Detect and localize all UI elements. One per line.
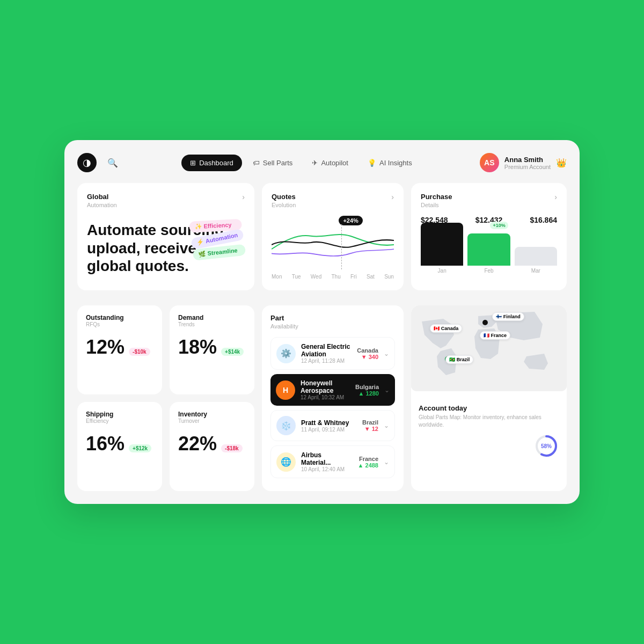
autopilot-icon: ✈ xyxy=(312,159,318,167)
chart-area: +24% xyxy=(272,216,394,269)
card-title: Global xyxy=(87,193,117,201)
metrics-grid: Outstanding RFQs 12% -$10k Demand Trends… xyxy=(77,305,254,491)
chevron-icon[interactable]: ⌄ xyxy=(384,386,390,394)
part-availability-card: Part Availability ⚙️ General Electric Av… xyxy=(262,305,404,491)
brazil-label: 🇧🇷 Brazil xyxy=(445,355,474,364)
france-label: 🇫🇷 France xyxy=(480,331,511,340)
metric-badge: -$18k xyxy=(221,444,243,452)
quotes-title: Quotes xyxy=(272,193,296,201)
france-pin xyxy=(482,320,488,325)
crown-icon: 👑 xyxy=(556,158,567,168)
purchase-subtitle: Details xyxy=(421,202,452,208)
chevron-right-icon[interactable]: › xyxy=(242,193,245,201)
part-row-ge[interactable]: ⚙️ General Electric Aviation 12 April, 1… xyxy=(270,337,395,370)
airbus-info: Airbus Material... 10 April, 12:40 AM xyxy=(301,451,353,472)
chevron-right-icon[interactable]: › xyxy=(391,193,394,201)
airbus-icon: 🌐 xyxy=(276,452,296,472)
user-profile[interactable]: AS Anna Smith Premium Account 👑 xyxy=(480,153,567,172)
ge-info: General Electric Aviation 12 April, 11:2… xyxy=(301,343,352,364)
avatar: AS xyxy=(480,153,499,172)
chevron-right-icon[interactable]: › xyxy=(554,193,557,201)
chevron-icon[interactable]: ⌄ xyxy=(384,350,389,357)
progress-text: 58% xyxy=(541,443,552,449)
purchase-details-card: Purchase Details › $22.548 $12.432 $16.8… xyxy=(411,183,567,290)
quotes-header: Quotes Evolution › xyxy=(272,193,394,208)
ge-icon: ⚙️ xyxy=(276,344,296,363)
bar-feb: +10% xyxy=(467,233,510,266)
part-row-airbus[interactable]: 🌐 Airbus Material... 10 April, 12:40 AM … xyxy=(270,445,395,478)
bar-chart: Jan +10% Feb Mar xyxy=(421,231,557,274)
honeywell-icon: H xyxy=(276,380,295,400)
bar-mar xyxy=(515,247,557,266)
bar-group-jan: Jan xyxy=(421,223,463,274)
purchase-header: Purchase Details › xyxy=(421,193,557,208)
map-svg xyxy=(411,305,567,391)
account-title: Account today xyxy=(419,404,559,412)
search-button[interactable]: 🔍 xyxy=(103,153,122,172)
part-subtitle: Availability xyxy=(270,323,298,330)
account-today: Account today Global Parts Map: Monitor … xyxy=(411,397,567,466)
bar-group-mar: Mar xyxy=(515,247,557,274)
progress-ring: 58% xyxy=(533,433,559,459)
logo[interactable]: ◑ xyxy=(77,153,97,172)
pratt-info: Pratt & Whitney 11 April, 09:12 AM xyxy=(301,419,357,433)
map-card: 🇫🇮 Finland 🇨🇦 Canada 🇫🇷 France 🇧🇷 Brazil xyxy=(411,305,567,491)
main-grid: Global Automation › Automate sourcing: u… xyxy=(77,183,567,298)
quotes-evolution-card: Quotes Evolution › +24% Mon xyxy=(262,183,404,290)
metric-badge: -$10k xyxy=(129,348,150,356)
tab-sell-parts[interactable]: 🏷 Sell Parts xyxy=(244,155,302,171)
metric-badge: +$14k xyxy=(221,348,244,356)
honeywell-info: Honeywell Aerospace 12 April, 10:32 AM xyxy=(301,379,350,400)
card-subtitle: Automation xyxy=(87,202,117,208)
bar-group-feb: +10% Feb xyxy=(467,233,510,274)
part-row-honeywell[interactable]: H Honeywell Aerospace 12 April, 10:32 AM… xyxy=(270,374,395,406)
chart-svg xyxy=(272,216,394,269)
sell-parts-icon: 🏷 xyxy=(253,159,260,167)
metric-demand-trends: Demand Trends 18% +$14k xyxy=(170,305,254,394)
user-info: Anna Smith Premium Account xyxy=(504,156,551,170)
tab-dashboard[interactable]: ⊞ Dashboard xyxy=(181,155,242,171)
tab-ai-insights[interactable]: 💡 AI Insights xyxy=(359,155,421,171)
chart-badge: +24% xyxy=(339,216,362,225)
chart-dashed-line xyxy=(341,224,342,269)
ai-insights-icon: 💡 xyxy=(368,159,376,167)
metric-shipping-efficiency: Shipping Efficiency 16% +$12k xyxy=(77,402,162,491)
finland-label: 🇫🇮 Finland xyxy=(492,312,524,321)
purchase-title: Purchase xyxy=(421,193,452,201)
metric-badge: +$12k xyxy=(129,444,151,452)
part-title: Part xyxy=(270,314,298,322)
dashboard-icon: ⊞ xyxy=(190,159,196,167)
bar-badge: +10% xyxy=(490,222,508,229)
account-bottom: 58% xyxy=(419,433,559,459)
map-column: 🇫🇮 Finland 🇨🇦 Canada 🇫🇷 France 🇧🇷 Brazil xyxy=(411,305,567,491)
part-row-pratt[interactable]: ❄️ Pratt & Whitney 11 April, 09:12 AM Br… xyxy=(270,410,395,441)
bar-jan xyxy=(421,223,463,266)
tab-autopilot[interactable]: ✈ Autopilot xyxy=(303,155,357,171)
chevron-icon[interactable]: ⌄ xyxy=(384,422,389,429)
part-header: Part Availability xyxy=(270,314,395,330)
dashboard: ◑ 🔍 ⊞ Dashboard 🏷 Sell Parts ✈ Autopilot… xyxy=(64,140,580,504)
canada-label: 🇨🇦 Canada xyxy=(430,324,463,333)
chart-labels: Mon Tue Wed Thu Fri Sat Sun xyxy=(272,274,394,280)
card-header: Global Automation › xyxy=(87,193,245,208)
global-automation-card: Global Automation › Automate sourcing: u… xyxy=(77,183,254,290)
metric-outstanding-rfqs: Outstanding RFQs 12% -$10k xyxy=(77,305,162,394)
navigation: ◑ 🔍 ⊞ Dashboard 🏷 Sell Parts ✈ Autopilot… xyxy=(77,153,567,172)
chevron-icon[interactable]: ⌄ xyxy=(384,458,389,466)
world-map: 🇫🇮 Finland 🇨🇦 Canada 🇫🇷 France 🇧🇷 Brazil xyxy=(411,305,567,391)
account-desc: Global Parts Map: Monitor inventory, enh… xyxy=(419,414,559,429)
nav-tabs: ⊞ Dashboard 🏷 Sell Parts ✈ Autopilot 💡 A… xyxy=(129,155,473,171)
tags-container: ✨ Efficiency ⚡ Automation 🌿 Streamline xyxy=(189,217,246,262)
pratt-icon: ❄️ xyxy=(276,416,296,435)
quotes-subtitle: Evolution xyxy=(272,202,296,208)
metric-inventory-turnover: Inventory Turnover 22% -$18k xyxy=(170,402,254,491)
